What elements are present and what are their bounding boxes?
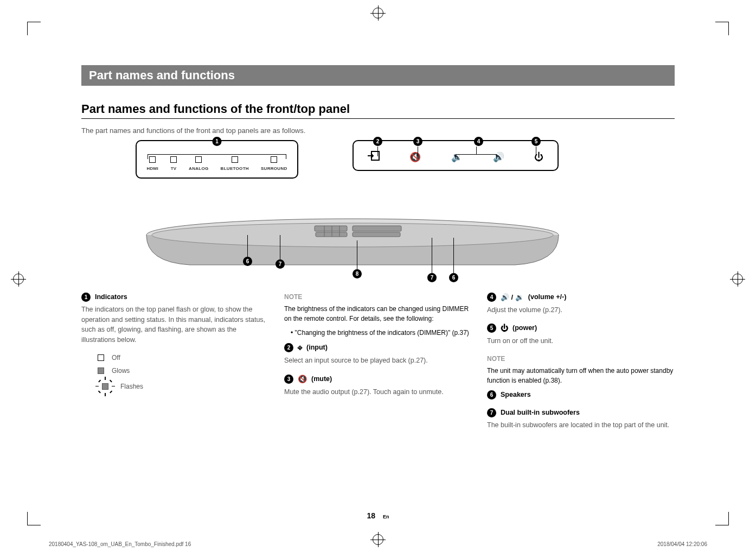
description-columns: 1Indicators The indicators on the top pa… (81, 292, 675, 437)
crop-mark (27, 512, 41, 525)
indicator-label: ANALOG (189, 166, 208, 171)
footer-filename: 20180404_YAS-108_om_UAB_En_Tombo_Finishe… (49, 541, 191, 547)
legend-off-icon (98, 354, 104, 361)
legend-off: Off (112, 353, 120, 363)
crop-mark (715, 512, 729, 525)
mute-icon: 🔇 (298, 373, 307, 385)
indicator-analog: ANALOG (189, 156, 208, 171)
registration-mark (370, 532, 386, 547)
item3-body: Mute the audio output (p.27). Touch agai… (284, 387, 472, 397)
legend-glows: Glows (112, 366, 130, 376)
item1-title: Indicators (95, 292, 127, 302)
item1-body: The indicators on the top panel flash or… (81, 305, 269, 345)
touch-panel-callout: 2 3 4 5 🔇 🔉 🔊 ⏻ (353, 140, 559, 171)
section-title: Part names and functions of the front/to… (81, 102, 675, 119)
crop-mark (715, 22, 729, 35)
mute-icon: 🔇 (409, 151, 421, 163)
diagram: 1 HDMI TV ANALOG BLUETOOTH SURROUND 2 3 … (81, 140, 675, 281)
note-label: NOTE (284, 292, 472, 302)
input-icon: ⎆ (298, 342, 302, 353)
badge-5: 5 (487, 324, 496, 333)
page-lang: En (383, 514, 389, 519)
item2-title: (input) (306, 343, 328, 353)
soundbar-illustration (136, 202, 569, 278)
page-num-value: 18 (367, 511, 376, 520)
crop-mark (27, 22, 41, 35)
legend-glow-icon (98, 367, 104, 374)
indicator-label: BLUETOOTH (221, 166, 249, 171)
svg-rect-6 (353, 232, 400, 237)
registration-mark (730, 271, 745, 287)
section-bar-title: Part names and functions (81, 65, 675, 86)
badge-5: 5 (531, 137, 541, 146)
badge-4: 4 (474, 137, 483, 146)
svg-rect-5 (316, 232, 347, 237)
registration-mark (370, 5, 386, 21)
item7-body: The built-in subwoofers are located in t… (487, 420, 675, 430)
indicator-label: TV (171, 166, 177, 171)
note-body: The unit may automatically turn off when… (487, 366, 675, 385)
volume-icon: 🔊 / 🔉 (501, 292, 524, 303)
page-content: Part names and functions Part names and … (81, 65, 675, 493)
legend-flash-icon (98, 379, 113, 394)
column-1: 1Indicators The indicators on the top pa… (81, 292, 269, 437)
item5-title: (power) (512, 323, 537, 333)
column-2: NOTE The brightness of the indicators ca… (284, 292, 472, 437)
badge-8: 8 (353, 269, 362, 278)
footer-timestamp: 2018/04/04 12:20:06 (657, 541, 707, 547)
indicator-hdmi: HDMI (146, 156, 158, 171)
badge-2: 2 (373, 137, 382, 146)
svg-rect-4 (353, 226, 401, 231)
item5-body: Turn on or off the unit. (487, 336, 675, 346)
badge-1: 1 (213, 137, 222, 146)
item4-body: Adjust the volume (p.27). (487, 305, 675, 315)
item4-title: (volume +/-) (528, 292, 567, 302)
badge-6b: 6 (449, 273, 458, 282)
badge-6: 6 (243, 257, 252, 266)
power-icon: ⏻ (501, 322, 508, 334)
badge-7: 7 (487, 408, 496, 417)
note-label: NOTE (487, 354, 675, 364)
legend-flashes: Flashes (120, 382, 143, 391)
intro-text: The part names and functions of the fron… (81, 126, 675, 135)
badge-1: 1 (81, 293, 91, 302)
item2-body: Select an input source to be played back… (284, 356, 472, 366)
indicator-surround: SURROUND (261, 156, 287, 171)
badge-4: 4 (487, 293, 496, 302)
indicator-label: HDMI (146, 166, 158, 171)
badge-2: 2 (284, 343, 293, 352)
note-body: The brightness of the indicators can be … (284, 304, 472, 324)
indicator-label: SURROUND (261, 166, 287, 171)
badge-6: 6 (487, 390, 496, 400)
badge-3: 3 (284, 375, 293, 384)
page-number: 18 En (367, 511, 389, 520)
column-3: 4🔊 / 🔉(volume +/-) Adjust the volume (p.… (487, 292, 675, 437)
badge-7b: 7 (427, 273, 437, 282)
indicator-tv: TV (170, 156, 177, 171)
item6-title: Speakers (501, 390, 531, 400)
indicator-bluetooth: BLUETOOTH (221, 156, 249, 171)
svg-rect-3 (315, 226, 347, 231)
badge-7: 7 (276, 259, 285, 269)
indicator-callout: 1 HDMI TV ANALOG BLUETOOTH SURROUND (136, 140, 298, 179)
note-bullet: • "Changing the brightness of the indica… (284, 328, 472, 338)
badge-3: 3 (413, 137, 422, 146)
item7-title: Dual built-in subwoofers (501, 408, 580, 418)
registration-mark (11, 271, 26, 287)
item3-title: (mute) (311, 374, 332, 384)
